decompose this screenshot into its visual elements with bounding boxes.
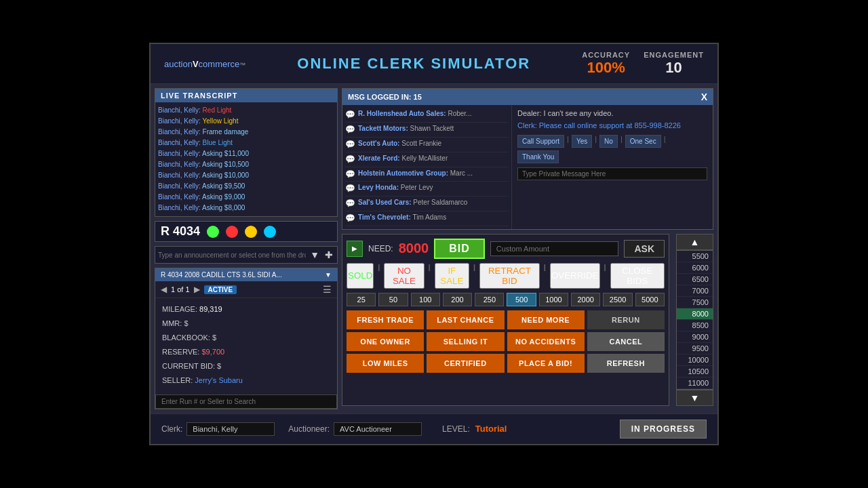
certified-btn[interactable]: CERTIFIED <box>427 354 504 373</box>
green-dot[interactable] <box>207 226 219 238</box>
list-item: 💬Tim's Chevrolet: Tim Adams <box>345 211 509 226</box>
inc-100[interactable]: 100 <box>411 293 440 306</box>
blackbook-row: BLACKBOOK: $ <box>162 331 330 345</box>
no-accidents-btn[interactable]: NO ACCIDENTS <box>507 332 585 351</box>
red-dot[interactable] <box>226 226 238 238</box>
list-item: Bianchi, Kelly: Asking $9,000 <box>158 192 334 203</box>
transcript-panel: LIVE TRANSCRIPT Bianchi, Kelly: Red Ligh… <box>155 88 338 217</box>
sold-btn[interactable]: SOLD <box>347 263 374 289</box>
low-miles-btn[interactable]: LOW MILES <box>347 354 424 373</box>
auctioneer-input[interactable] <box>334 422 422 436</box>
accuracy-block: ACCURACY 100% <box>582 51 630 77</box>
inc-2000[interactable]: 2000 <box>571 293 600 306</box>
lot-row: R 4034 <box>155 221 338 242</box>
vehicle-prev-btn[interactable]: ◀ <box>161 285 167 294</box>
msg-close-btn[interactable]: X <box>701 92 707 102</box>
list-item: 💬Scott's Auto: Scott Frankie <box>345 138 509 152</box>
header-stats: ACCURACY 100% ENGAGEMENT 10 <box>582 51 704 77</box>
private-message-input[interactable] <box>517 167 707 180</box>
ask-button[interactable]: ASK <box>624 240 665 258</box>
retract-bid-btn[interactable]: RETRACT BID <box>479 263 540 289</box>
cancel-btn[interactable]: CANCEL <box>587 332 665 351</box>
price-list: 5500 6000 6500 7000 7500 8000 8500 9000 … <box>676 250 713 390</box>
list-item: 💬Levy Honda: Peter Levy <box>345 182 509 197</box>
play-btn[interactable]: ▶ <box>347 241 363 257</box>
msg-list: 💬R. Hollenshead Auto Sales: Rober... 💬Ta… <box>342 105 512 228</box>
vehicle-search-input[interactable] <box>155 394 337 409</box>
price-row: 6500 <box>677 274 713 285</box>
inc-2500[interactable]: 2500 <box>603 293 632 306</box>
msg-content: 💬R. Hollenshead Auto Sales: Rober... 💬Ta… <box>342 105 713 228</box>
price-row: 10000 <box>677 354 713 366</box>
list-item: 💬R. Hollenshead Auto Sales: Rober... <box>345 108 509 123</box>
no-sale-btn[interactable]: NO SALE <box>384 263 424 289</box>
app-title: ONLINE CLERK SIMULATOR <box>245 55 582 73</box>
announcement-add-btn[interactable]: ✚ <box>323 248 334 262</box>
inc-200[interactable]: 200 <box>443 293 472 306</box>
engagement-block: ENGAGEMENT 10 <box>644 51 704 77</box>
need-label: NEED: <box>368 244 393 253</box>
price-row: 9500 <box>677 343 713 354</box>
logo: auctionVcommerce™ <box>164 59 245 69</box>
custom-amount-input[interactable] <box>490 241 619 256</box>
msg-header: MSG LOGGED IN: 15 X <box>342 89 713 105</box>
list-item: Bianchi, Kelly: Asking $8,000 <box>158 203 334 214</box>
auctioneer-field: Auctioneer: <box>288 422 422 436</box>
clerk-input[interactable] <box>186 422 275 436</box>
yellow-dot[interactable] <box>245 226 257 238</box>
seller-row: SELLER: Jerry's Subaru <box>162 373 330 388</box>
in-progress-btn[interactable]: IN PROGRESS <box>620 420 707 439</box>
engagement-label: ENGAGEMENT <box>644 51 704 59</box>
list-item: Bianchi, Kelly: Blue Light <box>158 138 334 148</box>
level-value: Tutorial <box>475 424 507 434</box>
one-sec-btn[interactable]: One Sec <box>625 135 661 148</box>
inc-25[interactable]: 25 <box>347 293 376 306</box>
vehicle-next-btn[interactable]: ▶ <box>194 285 200 294</box>
msg-title: MSG LOGGED IN: 15 <box>348 93 422 101</box>
refresh-btn[interactable]: REFRESH <box>587 354 665 373</box>
auctioneer-label: Auctioneer: <box>288 424 330 434</box>
clerk-field: Clerk: <box>161 422 275 436</box>
inc-1000[interactable]: 1000 <box>539 293 568 306</box>
close-bids-btn[interactable]: CLOSE BIDS <box>610 263 665 289</box>
price-row: 10500 <box>677 366 713 378</box>
bid-button[interactable]: BID <box>434 239 485 259</box>
inc-500[interactable]: 500 <box>507 293 536 306</box>
vehicle-dropdown-icon[interactable]: ▼ <box>325 271 332 279</box>
vehicle-menu-btn[interactable]: ☰ <box>323 284 332 295</box>
override-btn[interactable]: OVERRIDE <box>550 263 600 289</box>
need-more-btn[interactable]: NEED MORE <box>507 310 585 329</box>
fresh-trade-btn[interactable]: FRESH TRADE <box>347 310 424 329</box>
lot-number: R 4034 <box>161 224 200 239</box>
inc-5000[interactable]: 5000 <box>635 293 665 306</box>
rerun-btn[interactable]: RERUN <box>587 310 665 329</box>
seller-value[interactable]: Jerry's Subaru <box>195 376 243 384</box>
thank-you-btn[interactable]: Thank You <box>517 150 559 163</box>
reserve-row: RESERVE: $9,700 <box>162 345 330 359</box>
yes-btn[interactable]: Yes <box>572 135 592 148</box>
price-row: 8500 <box>677 320 713 331</box>
if-sale-btn[interactable]: IF SALE <box>435 263 469 289</box>
announcement-dropdown-btn[interactable]: ▼ <box>309 248 321 262</box>
cyan-dot[interactable] <box>264 226 276 238</box>
last-chance-btn[interactable]: LAST CHANCE <box>427 310 504 329</box>
level-block: LEVEL: Tutorial <box>442 424 507 434</box>
price-down-btn[interactable]: ▼ <box>676 390 713 406</box>
no-btn[interactable]: No <box>599 135 618 148</box>
one-owner-btn[interactable]: ONE OWNER <box>347 332 424 351</box>
inc-250[interactable]: 250 <box>475 293 504 306</box>
place-a-bid-btn[interactable]: PLACE A BID! <box>507 354 585 373</box>
inc-50[interactable]: 50 <box>378 293 408 306</box>
price-row: 7000 <box>677 285 713 297</box>
list-item: 💬Sal's Used Cars: Peter Saldamarco <box>345 197 509 211</box>
dealer-message: Dealer: I can't see any video. <box>517 109 707 117</box>
vehicle-header: R 4034 2008 CADILL CTS 3.6L SIDI A... ▼ <box>155 268 337 281</box>
announcement-input[interactable] <box>158 251 306 259</box>
vehicle-panel: R 4034 2008 CADILL CTS 3.6L SIDI A... ▼ … <box>155 268 338 409</box>
msg-panel: MSG LOGGED IN: 15 X 💬R. Hollenshead Auto… <box>342 88 713 229</box>
call-support-btn[interactable]: Call Support <box>517 135 564 148</box>
selling-it-btn[interactable]: SELLING IT <box>427 332 504 351</box>
left-panel: LIVE TRANSCRIPT Bianchi, Kelly: Red Ligh… <box>155 88 338 409</box>
price-up-btn[interactable]: ▲ <box>676 234 713 250</box>
vehicle-nav: ◀ 1 of 1 ▶ ACTIVE ☰ <box>155 281 337 298</box>
